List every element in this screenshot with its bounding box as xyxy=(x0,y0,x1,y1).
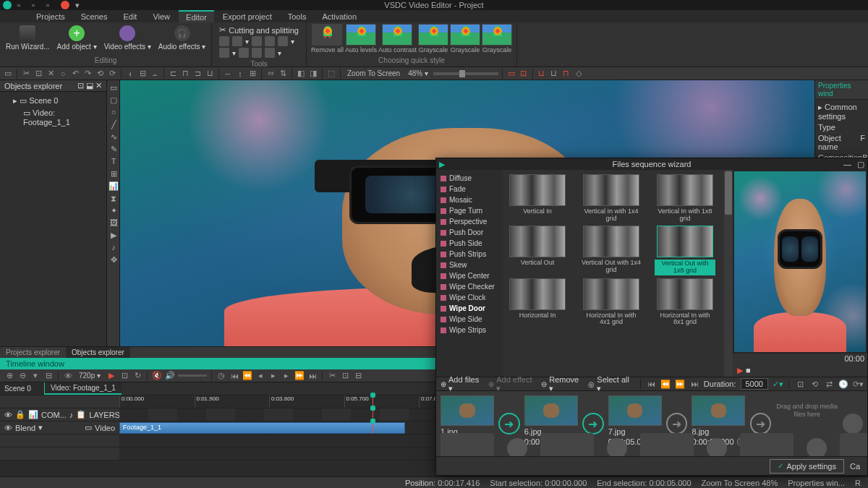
tool-icon[interactable]: ⊔ xyxy=(549,69,559,79)
quick-style-3[interactable]: Grayscale xyxy=(418,24,448,53)
redo-icon[interactable]: ↷ xyxy=(82,69,93,79)
mute-icon[interactable]: 🔇 xyxy=(152,371,162,381)
zoom-slider[interactable] xyxy=(433,72,498,75)
audio-icon[interactable]: ♪ xyxy=(109,242,119,252)
transition-category[interactable]: Wipe Center xyxy=(438,270,501,281)
tool-icon[interactable]: ⇅ xyxy=(278,69,288,79)
menu-tab-scenes[interactable]: Scenes xyxy=(74,11,115,22)
dropdown-icon[interactable]: ▾ xyxy=(75,1,84,9)
bottom-tab[interactable]: Objects explorer xyxy=(66,347,130,358)
strip-transition-arrow[interactable]: ➜ xyxy=(582,413,604,435)
align-icon[interactable]: ⫠ xyxy=(150,69,160,79)
timeline-clip[interactable]: Footage_1_1 xyxy=(119,422,405,434)
tool-icon[interactable] xyxy=(252,48,262,58)
open-icon[interactable]: ▫ xyxy=(32,1,41,9)
align-icon[interactable]: ⊐ xyxy=(192,69,203,79)
tool-icon[interactable]: ✕ xyxy=(46,69,56,79)
record-icon[interactable] xyxy=(61,1,69,9)
rotate-icon[interactable]: ⟲ xyxy=(809,379,820,389)
tool-icon[interactable]: ↔ xyxy=(223,69,233,79)
flip-icon[interactable]: ⇄ xyxy=(824,379,834,389)
tool-icon[interactable]: ⊡ xyxy=(340,371,350,381)
transition-category[interactable]: Wipe Door xyxy=(438,303,501,314)
status-prop[interactable]: Properties win... xyxy=(788,479,845,487)
tool-icon[interactable]: ◧ xyxy=(296,69,306,79)
transition-preset[interactable]: Vertical In xyxy=(507,174,568,223)
chart-icon[interactable]: 📊 xyxy=(109,181,119,191)
transition-category[interactable]: Push Side xyxy=(438,238,501,249)
play-icon[interactable]: ▶ xyxy=(106,371,116,381)
property-row[interactable]: Object nameF xyxy=(818,133,865,153)
save-icon[interactable]: ▫ xyxy=(46,1,55,9)
align-icon[interactable]: ⊟ xyxy=(137,69,148,79)
wizard-titlebar[interactable]: ▶ Files sequence wizard —▢ xyxy=(436,158,867,170)
next-icon[interactable]: ⏩ xyxy=(675,379,685,389)
tree-scene[interactable]: ▸ ▭ Scene 0 xyxy=(3,95,103,107)
tool-icon[interactable] xyxy=(219,36,229,46)
transition-category[interactable]: Page Turn xyxy=(438,205,501,216)
preview-play-icon[interactable]: ▶ xyxy=(737,366,743,375)
shape-icon[interactable]: ○ xyxy=(109,107,119,117)
tool-icon[interactable]: ⊞ xyxy=(247,69,258,79)
move-icon[interactable]: ✥ xyxy=(109,254,119,265)
tool-icon[interactable]: ⬄ xyxy=(265,69,276,79)
new-icon[interactable]: ▫ xyxy=(17,1,26,9)
menu-tab-projects[interactable]: Projects xyxy=(29,11,72,22)
tool-icon[interactable]: ⊡ xyxy=(519,69,529,79)
video-tab[interactable]: Video: Footage_1_1 xyxy=(45,382,122,395)
minimize-icon[interactable]: — xyxy=(843,160,851,169)
bottom-tab[interactable]: Projects explorer xyxy=(0,347,66,358)
strip-transition-arrow[interactable]: ➜ xyxy=(498,413,520,435)
strip-drop-zone[interactable]: Drag and drop media files here xyxy=(775,395,838,426)
apply-icon[interactable]: ✓▾ xyxy=(773,379,783,389)
align-icon[interactable]: ⊔ xyxy=(205,69,215,79)
tool-icon[interactable]: ⟲ xyxy=(95,69,105,79)
add-files-button[interactable]: ⊕ Add files ▾ xyxy=(441,375,484,393)
transition-preset[interactable]: Vertical Out with 1x4 grid xyxy=(581,226,642,275)
tool-icon[interactable]: ⬚ xyxy=(326,69,336,79)
run-wizard-button[interactable]: Run Wizard... xyxy=(4,24,51,52)
transition-preset[interactable]: Vertical Out with 1x8 grid xyxy=(655,226,715,275)
resolution-selector[interactable]: 720p ▾ xyxy=(76,372,103,380)
quick-style-1[interactable]: Auto levels xyxy=(345,24,377,53)
menu-tab-editor[interactable]: Editor xyxy=(179,10,214,23)
cutting-splitting-row[interactable]: ✂Cutting and splitting xyxy=(219,25,299,35)
transition-category[interactable]: Diffuse xyxy=(438,173,501,184)
video-effects-button[interactable]: Video effects ▾ xyxy=(103,24,153,52)
grid-scrollbar[interactable] xyxy=(724,170,733,377)
cut-icon[interactable]: ✂ xyxy=(21,69,31,79)
anim-icon[interactable]: ✦ xyxy=(109,205,119,215)
rw-icon[interactable]: ⏪ xyxy=(242,371,252,381)
tool-icon[interactable]: ◇ xyxy=(574,69,584,79)
property-row[interactable]: Type xyxy=(818,122,865,133)
align-icon[interactable]: ⊏ xyxy=(168,69,178,79)
add-icon[interactable]: ⊕ xyxy=(4,371,14,381)
tool-icon[interactable]: ▭ xyxy=(506,69,516,79)
tool-icon[interactable]: ▭ xyxy=(3,69,13,79)
quick-style-4[interactable]: Grayscale xyxy=(450,24,480,53)
image-icon[interactable]: 🖼 xyxy=(109,218,119,228)
scene-tab[interactable]: Scene 0 xyxy=(0,382,45,395)
transition-category[interactable]: Push Door xyxy=(438,227,501,238)
first-icon[interactable]: ⏮ xyxy=(647,379,657,389)
tool-icon[interactable]: ⟳▾ xyxy=(853,379,863,389)
transition-preset[interactable]: Vertical Out xyxy=(507,226,568,275)
step-back-icon[interactable]: ◂ xyxy=(255,371,265,381)
transition-category[interactable]: Wipe Strips xyxy=(438,325,501,335)
strip-transition-arrow[interactable]: ➜ xyxy=(666,413,688,435)
common-settings-label[interactable]: ▸ Common settings xyxy=(818,101,865,122)
quick-style-0[interactable]: ✕Remove all xyxy=(311,24,344,53)
tool-icon[interactable]: ⊔ xyxy=(537,69,547,79)
tree-video[interactable]: ▭ Video: Footage_1_1 xyxy=(3,107,103,128)
transition-preset[interactable]: Horizontal In with 8x1 grid xyxy=(655,278,715,327)
line-icon[interactable]: ╱ xyxy=(109,119,119,129)
vol-icon[interactable]: 🔊 xyxy=(165,371,175,381)
text-icon[interactable]: T xyxy=(109,156,119,166)
tool-icon[interactable]: 🕒 xyxy=(838,379,848,389)
preview-stop-icon[interactable]: ■ xyxy=(746,366,751,374)
transition-preset[interactable]: Vertical In with 1x8 grid xyxy=(655,174,715,223)
align-icon[interactable]: ⊓ xyxy=(180,69,190,79)
ff-icon[interactable]: ⏩ xyxy=(294,371,305,381)
transition-category[interactable]: Wipe Checker xyxy=(438,281,501,292)
maximize-icon[interactable]: ▢ xyxy=(857,160,864,169)
